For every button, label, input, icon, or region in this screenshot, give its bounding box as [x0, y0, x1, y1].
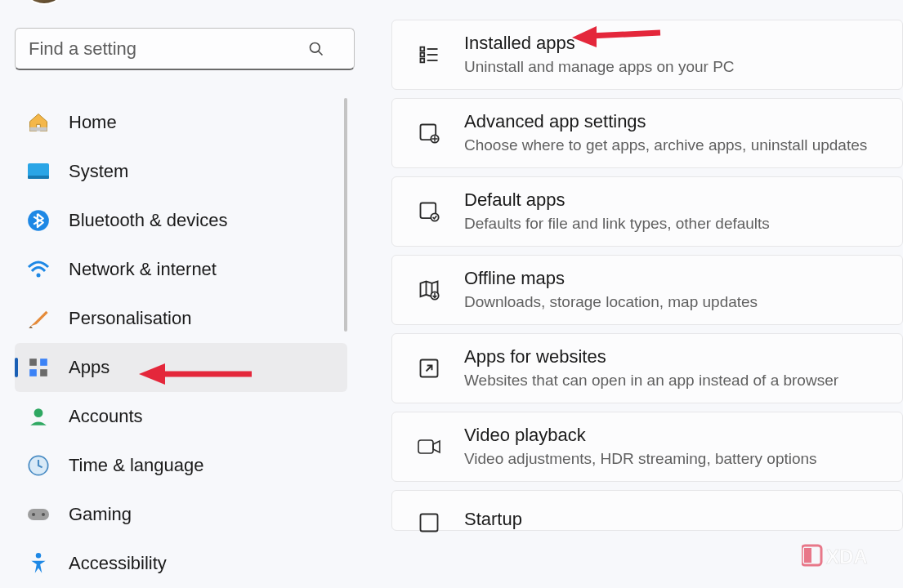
svg-rect-13: [28, 509, 49, 520]
sidebar-item-bluetooth[interactable]: Bluetooth & devices: [15, 196, 347, 245]
startup-icon: [417, 510, 441, 535]
system-icon: [26, 159, 51, 184]
svg-rect-10: [40, 369, 47, 376]
sidebar-item-label: Bluetooth & devices: [69, 210, 227, 231]
map-download-icon: [417, 278, 441, 302]
app-gear-icon: [417, 121, 441, 145]
sidebar-item-label: Accessibility: [69, 553, 167, 574]
sidebar-item-label: Accounts: [69, 406, 143, 427]
svg-point-14: [32, 513, 35, 516]
sidebar-item-apps[interactable]: Apps: [15, 343, 347, 392]
svg-rect-19: [421, 53, 425, 57]
svg-rect-29: [418, 440, 433, 453]
card-video-playback[interactable]: Video playback Video adjustments, HDR st…: [391, 412, 903, 482]
search-input[interactable]: [15, 28, 355, 70]
sidebar-item-accounts[interactable]: Accounts: [15, 392, 347, 441]
sidebar-item-time-language[interactable]: Time & language: [15, 441, 347, 490]
card-title: Video playback: [464, 425, 817, 446]
svg-point-11: [34, 408, 43, 417]
default-apps-icon: [417, 199, 441, 224]
card-title: Apps for websites: [464, 346, 838, 368]
search-wrap: [15, 28, 347, 70]
sidebar-item-label: System: [69, 161, 128, 182]
card-title: Installed apps: [464, 33, 735, 54]
sidebar-item-label: Home: [69, 112, 117, 133]
card-default-apps[interactable]: Default apps Defaults for file and link …: [391, 176, 903, 247]
svg-point-6: [37, 274, 41, 278]
sidebar-item-label: Apps: [69, 357, 110, 378]
card-desc: Video adjustments, HDR streaming, batter…: [464, 450, 817, 469]
wifi-icon: [26, 257, 51, 282]
sidebar-item-label: Gaming: [69, 504, 132, 525]
svg-point-15: [42, 513, 45, 516]
card-title: Startup: [464, 509, 522, 530]
card-desc: Websites that can open in an app instead…: [464, 372, 838, 390]
avatar[interactable]: [21, 0, 67, 5]
card-title: Default apps: [464, 189, 770, 211]
card-desc: Defaults for file and link types, other …: [464, 215, 770, 234]
svg-rect-30: [421, 514, 438, 532]
card-startup[interactable]: Startup: [391, 490, 903, 531]
gamepad-icon: [26, 502, 51, 527]
svg-rect-7: [29, 359, 37, 366]
paintbrush-icon: [26, 306, 51, 331]
svg-rect-17: [421, 47, 425, 51]
video-icon: [417, 434, 441, 459]
sidebar-item-gaming[interactable]: Gaming: [15, 490, 347, 539]
card-advanced-app-settings[interactable]: Advanced app settings Choose where to ge…: [391, 98, 903, 168]
sidebar-item-home[interactable]: Home: [15, 98, 347, 147]
svg-rect-4: [28, 176, 49, 179]
sidebar-item-accessibility[interactable]: Accessibility: [15, 539, 347, 588]
svg-rect-9: [29, 369, 37, 376]
card-title: Offline maps: [464, 268, 758, 289]
apps-icon: [26, 355, 51, 380]
card-apps-for-websites[interactable]: Apps for websites Websites that can open…: [391, 333, 903, 403]
sidebar-item-network[interactable]: Network & internet: [15, 245, 347, 294]
svg-rect-36: [804, 548, 811, 563]
installed-apps-icon: [417, 42, 441, 67]
accessibility-icon: [26, 551, 51, 576]
settings-sidebar: Home System Bluetooth & devices Network …: [0, 0, 364, 588]
sidebar-item-system[interactable]: System: [15, 147, 347, 196]
clock-globe-icon: [26, 453, 51, 478]
card-title: Advanced app settings: [464, 111, 867, 132]
svg-text:XDA: XDA: [826, 546, 868, 568]
card-offline-maps[interactable]: Offline maps Downloads, storage location…: [391, 255, 903, 325]
home-icon: [26, 110, 51, 135]
sidebar-item-label: Personalisation: [69, 308, 191, 329]
sidebar-item-label: Time & language: [69, 455, 204, 476]
sidebar-item-label: Network & internet: [69, 259, 217, 280]
svg-rect-21: [421, 59, 425, 63]
svg-point-16: [36, 553, 41, 558]
person-icon: [26, 404, 51, 429]
svg-rect-8: [40, 359, 47, 366]
sidebar-item-personalisation[interactable]: Personalisation: [15, 294, 347, 343]
card-installed-apps[interactable]: Installed apps Uninstall and manage apps…: [391, 20, 903, 90]
bluetooth-icon: [26, 208, 51, 233]
main-content: Installed apps Uninstall and manage apps…: [364, 0, 903, 588]
card-desc: Choose where to get apps, archive apps, …: [464, 136, 867, 155]
open-link-icon: [417, 356, 441, 381]
nav-list: Home System Bluetooth & devices Network …: [15, 98, 347, 588]
card-desc: Downloads, storage location, map updates: [464, 293, 758, 312]
card-desc: Uninstall and manage apps on your PC: [464, 58, 735, 77]
xda-watermark: XDA: [802, 542, 892, 573]
svg-rect-2: [30, 127, 47, 131]
